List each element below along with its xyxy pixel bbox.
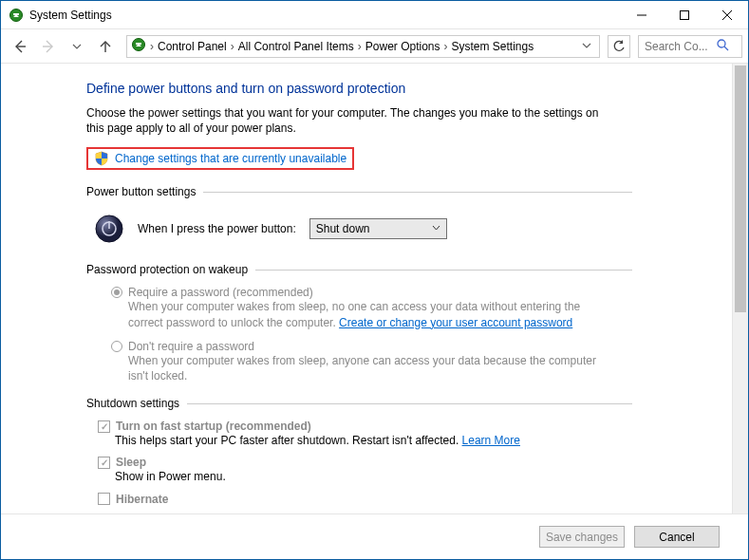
- titlebar: System Settings: [1, 1, 748, 29]
- checkbox-icon[interactable]: [98, 493, 110, 505]
- option-label: Require a password (recommended): [128, 286, 313, 299]
- radio-icon[interactable]: [111, 287, 122, 298]
- search-icon[interactable]: [717, 39, 729, 54]
- option-label: Don't require a password: [128, 340, 254, 353]
- checkbox-description: This helps start your PC faster after sh…: [115, 434, 462, 447]
- cancel-button[interactable]: Cancel: [634, 526, 720, 548]
- section-title: Password protection on wakeup: [86, 263, 248, 276]
- page-title: Define power buttons and turn on passwor…: [86, 81, 717, 96]
- svg-line-12: [724, 47, 728, 50]
- maximize-button[interactable]: [663, 1, 705, 28]
- option-no-password: Don't require a password When your compu…: [86, 340, 618, 383]
- chevron-right-icon[interactable]: ›: [358, 40, 362, 53]
- checkbox-hibernate: Hibernate: [86, 493, 618, 506]
- chevron-right-icon[interactable]: ›: [231, 40, 234, 53]
- navbar: › Control Panel › All Control Panel Item…: [1, 29, 748, 64]
- svg-rect-3: [680, 10, 688, 19]
- breadcrumb-item[interactable]: Power Options: [365, 40, 440, 53]
- create-password-link[interactable]: Create or change your user account passw…: [339, 316, 572, 329]
- breadcrumb[interactable]: › Control Panel › All Control Panel Item…: [126, 35, 600, 58]
- power-options-app-icon: [9, 8, 24, 23]
- up-button[interactable]: [92, 33, 119, 60]
- window: System Settings › Control Panel › All Co…: [0, 0, 749, 560]
- uac-shield-icon: [94, 151, 109, 166]
- save-changes-button[interactable]: Save changes: [539, 526, 625, 548]
- svg-point-11: [718, 40, 725, 47]
- footer: Save changes Cancel: [1, 513, 748, 559]
- back-button[interactable]: [7, 33, 33, 60]
- checkbox-fast-startup: ✓ Turn on fast startup (recommended) Thi…: [86, 420, 618, 448]
- window-title: System Settings: [29, 9, 620, 22]
- section-shutdown-settings: Shutdown settings ✓ Turn on fast startup…: [86, 397, 632, 505]
- divider: [187, 403, 632, 404]
- content-area: Define power buttons and turn on passwor…: [1, 64, 748, 513]
- chevron-down-icon: [432, 222, 440, 235]
- checkbox-sleep: ✓ Sleep Show in Power menu.: [86, 456, 618, 484]
- power-options-breadcrumb-icon: [131, 37, 146, 55]
- divider: [203, 192, 632, 193]
- close-button[interactable]: [705, 1, 748, 28]
- checkbox-label: Hibernate: [116, 493, 168, 506]
- section-power-button: Power button settings When I press the p…: [86, 185, 632, 250]
- change-settings-highlight: Change settings that are currently unava…: [86, 147, 354, 170]
- minimize-button[interactable]: [620, 1, 663, 28]
- refresh-button[interactable]: [608, 35, 630, 58]
- radio-icon[interactable]: [111, 341, 122, 352]
- breadcrumb-item[interactable]: All Control Panel Items: [238, 40, 354, 53]
- checkbox-icon[interactable]: ✓: [98, 457, 110, 469]
- option-description: When your computer wakes from sleep, any…: [128, 354, 596, 383]
- content: Define power buttons and turn on passwor…: [1, 64, 732, 513]
- page-subtext: Choose the power settings that you want …: [86, 105, 618, 136]
- breadcrumb-item[interactable]: System Settings: [451, 40, 534, 53]
- change-settings-link[interactable]: Change settings that are currently unava…: [115, 152, 346, 165]
- checkbox-icon[interactable]: ✓: [98, 420, 110, 433]
- section-title: Shutdown settings: [86, 397, 179, 410]
- search-box[interactable]: [638, 35, 742, 58]
- search-input[interactable]: [643, 39, 717, 54]
- scrollbar-thumb[interactable]: [735, 65, 746, 312]
- recent-dropdown[interactable]: [64, 33, 90, 60]
- vertical-scrollbar[interactable]: [732, 64, 748, 513]
- forward-button[interactable]: [35, 33, 62, 60]
- chevron-down-icon[interactable]: [578, 40, 595, 53]
- section-password-protection: Password protection on wakeup Require a …: [86, 263, 632, 383]
- checkbox-description: Show in Power menu.: [115, 470, 226, 483]
- breadcrumb-item[interactable]: Control Panel: [158, 40, 227, 53]
- option-require-password: Require a password (recommended) When yo…: [86, 286, 618, 329]
- power-button-label: When I press the power button:: [138, 222, 296, 235]
- power-button-action-dropdown[interactable]: Shut down: [309, 218, 447, 239]
- divider: [255, 270, 632, 271]
- section-title: Power button settings: [86, 185, 196, 198]
- dropdown-value: Shut down: [316, 222, 370, 235]
- checkbox-label: Turn on fast startup (recommended): [116, 420, 311, 433]
- chevron-right-icon[interactable]: ›: [443, 40, 447, 53]
- checkbox-label: Sleep: [116, 456, 146, 469]
- window-buttons: [620, 1, 748, 28]
- power-button-icon: [94, 214, 124, 244]
- chevron-right-icon[interactable]: ›: [150, 40, 154, 53]
- learn-more-link[interactable]: Learn More: [462, 434, 520, 447]
